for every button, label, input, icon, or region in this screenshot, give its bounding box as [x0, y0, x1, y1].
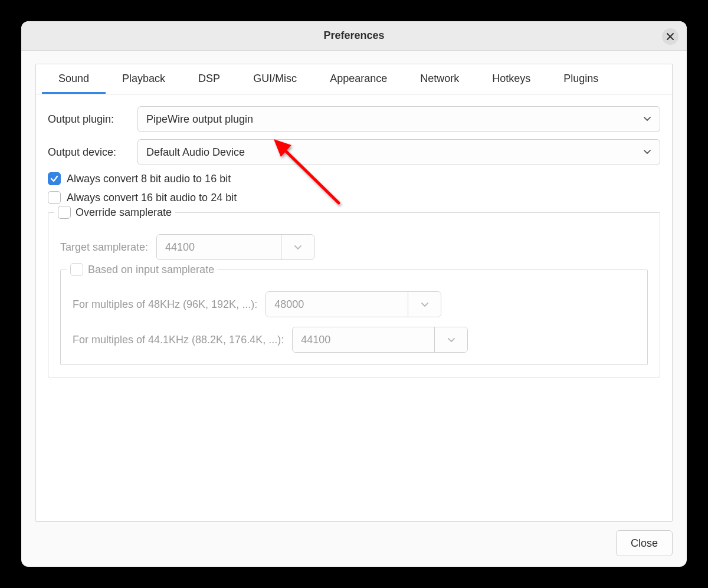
window-title: Preferences	[323, 29, 384, 42]
override-samplerate-label: Override samplerate	[76, 206, 172, 219]
mult-441-label: For multiples of 44.1KHz (88.2K, 176.4K,…	[73, 334, 284, 346]
target-samplerate-input[interactable]	[157, 235, 281, 259]
output-plugin-value: PipeWire output plugin	[146, 113, 253, 126]
close-icon[interactable]	[662, 28, 678, 45]
close-button[interactable]: Close	[616, 530, 673, 556]
mult-48-spin[interactable]	[266, 291, 441, 317]
convert-16-to-24-checkbox[interactable]	[48, 191, 61, 204]
override-samplerate-legend: Override samplerate	[54, 206, 175, 219]
output-device-label: Output device:	[48, 146, 130, 159]
tab-dsp[interactable]: DSP	[182, 64, 237, 94]
convert-8-to-16-checkbox[interactable]	[48, 172, 61, 185]
tab-hotkeys[interactable]: Hotkeys	[476, 64, 547, 94]
tab-body-sound: Output plugin: PipeWire output plugin Ou…	[36, 94, 672, 383]
output-device-value: Default Audio Device	[146, 146, 245, 159]
tab-network[interactable]: Network	[404, 64, 476, 94]
override-samplerate-group: Override samplerate Target samplerate:	[48, 212, 660, 377]
dialog-footer: Close	[35, 522, 673, 556]
based-on-input-label: Based on input samplerate	[88, 264, 214, 276]
tab-appearance[interactable]: Appearance	[313, 64, 404, 94]
mult-441-spin[interactable]	[292, 327, 468, 353]
convert-8-to-16-label: Always convert 8 bit audio to 16 bit	[67, 173, 231, 185]
mult-48-input[interactable]	[266, 292, 408, 317]
tab-bar: Sound Playback DSP GUI/Misc Appearance N…	[36, 64, 672, 94]
output-device-select[interactable]: Default Audio Device	[137, 139, 660, 165]
titlebar: Preferences	[21, 21, 687, 51]
tab-gui-misc[interactable]: GUI/Misc	[237, 64, 313, 94]
based-on-input-checkbox[interactable]	[70, 263, 83, 276]
chevron-down-icon	[643, 146, 651, 159]
mult-441-input[interactable]	[293, 327, 434, 352]
target-samplerate-label: Target samplerate:	[60, 241, 148, 254]
preferences-window: Preferences Sound Playback DSP GUI/Misc …	[21, 21, 687, 567]
chevron-down-icon[interactable]	[434, 327, 467, 352]
chevron-down-icon	[643, 113, 651, 126]
content: Sound Playback DSP GUI/Misc Appearance N…	[21, 51, 687, 567]
tab-plugins[interactable]: Plugins	[547, 64, 615, 94]
output-plugin-select[interactable]: PipeWire output plugin	[137, 106, 660, 132]
panel: Sound Playback DSP GUI/Misc Appearance N…	[35, 64, 673, 522]
chevron-down-icon[interactable]	[281, 235, 314, 259]
tab-sound[interactable]: Sound	[42, 64, 106, 94]
target-samplerate-spin[interactable]	[156, 234, 314, 260]
mult-48-label: For multiples of 48KHz (96K, 192K, ...):	[73, 298, 257, 311]
convert-16-to-24-label: Always convert 16 bit audio to 24 bit	[67, 192, 237, 204]
tab-playback[interactable]: Playback	[106, 64, 182, 94]
output-plugin-label: Output plugin:	[48, 113, 130, 126]
based-on-input-legend: Based on input samplerate	[67, 263, 218, 276]
based-on-input-group: Based on input samplerate For multiples …	[60, 270, 648, 365]
chevron-down-icon[interactable]	[408, 292, 441, 317]
override-samplerate-checkbox[interactable]	[58, 206, 71, 219]
